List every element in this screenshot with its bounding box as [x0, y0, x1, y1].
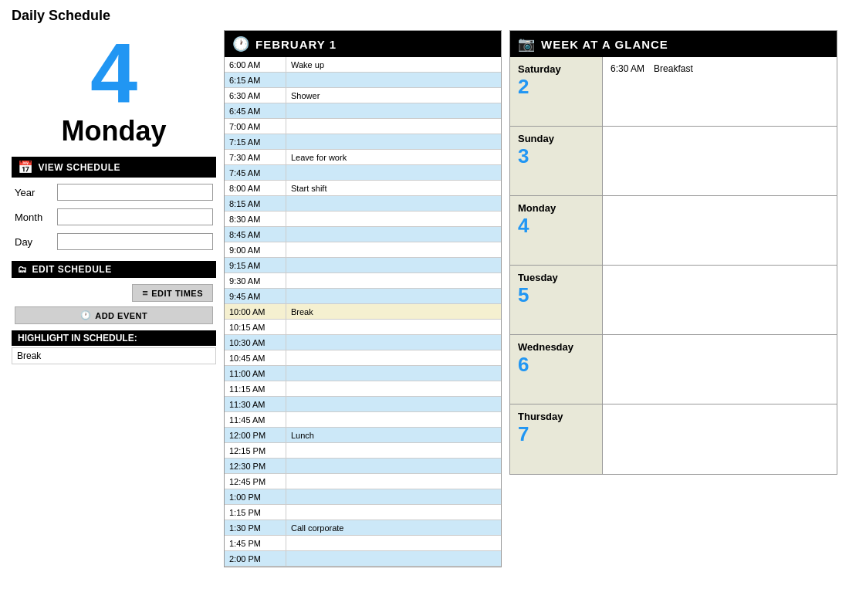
schedule-time-cell: 1:30 PM [225, 520, 286, 535]
schedule-time-cell: 11:15 AM [225, 381, 286, 396]
schedule-row: 1:45 PM [225, 536, 501, 551]
schedule-event-cell [286, 366, 501, 381]
schedule-header: 🕐 FEBRUARY 1 [225, 31, 501, 57]
week-day-row: Wednesday6 [510, 335, 837, 404]
week-day-name: Monday [518, 202, 594, 214]
week-header: 📷 WEEK AT A GLANCE [510, 31, 837, 57]
schedule-event-cell [286, 443, 501, 458]
schedule-row: 12:30 PM [225, 459, 501, 474]
week-day-row: Thursday7 [510, 404, 837, 474]
week-day-name: Tuesday [518, 272, 594, 283]
schedule-time-cell: 2:00 PM [225, 551, 286, 566]
schedule-row: 1:30 PMCall corporate [225, 520, 501, 536]
schedule-row: 12:45 PM [225, 474, 501, 489]
app-title: Daily Schedule [12, 8, 837, 24]
schedule-event-cell [286, 212, 501, 226]
week-day-name: Thursday [518, 411, 594, 422]
schedule-time-cell: 9:45 AM [225, 289, 286, 303]
week-days-container: Saturday26:30 AMBreakfastSunday3Monday4T… [510, 57, 837, 474]
week-day-label: Saturday2 [510, 57, 603, 126]
year-row: Year [15, 184, 213, 201]
schedule-row: 10:30 AM [225, 335, 501, 350]
week-day-label: Sunday3 [510, 127, 603, 195]
schedule-clock-icon: 🕐 [232, 36, 249, 52]
schedule-event-cell [286, 242, 501, 257]
schedule-row: 6:15 AM [225, 73, 501, 88]
day-input[interactable] [57, 233, 213, 250]
schedule-time-cell: 6:45 AM [225, 103, 286, 118]
schedule-row: 10:15 AM [225, 320, 501, 335]
schedule-time-cell: 7:00 AM [225, 119, 286, 134]
schedule-row: 12:00 PMLunch [225, 428, 501, 443]
schedule-event-cell [286, 134, 501, 149]
schedule-time-cell: 1:00 PM [225, 489, 286, 504]
schedule-time-cell: 8:00 AM [225, 181, 286, 195]
schedule-row: 10:45 AM [225, 350, 501, 366]
week-day-label: Thursday7 [510, 404, 603, 474]
schedule-event-cell: Start shift [286, 181, 501, 195]
week-day-number: 2 [518, 76, 594, 96]
day-label: Day [15, 236, 57, 248]
schedule-event-cell [286, 350, 501, 365]
schedule-row: 7:00 AM [225, 119, 501, 134]
schedule-event-cell [286, 459, 501, 473]
schedule-event-cell [286, 227, 501, 242]
week-day-label: Tuesday5 [510, 266, 603, 334]
year-input[interactable] [57, 184, 213, 201]
schedule-row: 1:15 PM [225, 505, 501, 520]
calendar-icon: 📅 [18, 160, 34, 174]
schedule-row: 7:45 AM [225, 165, 501, 181]
schedule-event-cell [286, 536, 501, 550]
week-day-events [603, 127, 837, 195]
add-event-button[interactable]: 🕐 ADD EVENT [15, 306, 213, 324]
week-day-number: 6 [518, 354, 594, 374]
schedule-row: 7:15 AM [225, 134, 501, 150]
schedule-event-cell [286, 73, 501, 87]
schedule-header-title: FEBRUARY 1 [255, 38, 337, 51]
schedule-time-cell: 8:15 AM [225, 196, 286, 211]
form-section: Year Month Day [12, 184, 216, 258]
schedule-event-cell [286, 196, 501, 211]
schedule-time-cell: 12:30 PM [225, 459, 286, 473]
edit-times-button[interactable]: ≡ EDIT TIMES [132, 284, 213, 302]
schedule-row: 11:15 AM [225, 381, 501, 397]
week-day-number: 3 [518, 146, 594, 166]
week-event-time: 6:30 AM [611, 63, 644, 74]
month-label: Month [15, 212, 57, 223]
schedule-panel: 🕐 FEBRUARY 1 6:00 AMWake up6:15 AM6:30 A… [224, 30, 502, 567]
edit-times-row: ≡ EDIT TIMES [12, 284, 216, 302]
schedule-event-cell [286, 412, 501, 427]
schedule-time-cell: 6:30 AM [225, 88, 286, 103]
schedule-row: 11:30 AM [225, 397, 501, 412]
schedule-time-cell: 9:15 AM [225, 258, 286, 272]
week-day-row: Saturday26:30 AMBreakfast [510, 57, 837, 127]
schedule-row: 8:30 AM [225, 212, 501, 227]
highlight-label: HIGHLIGHT IN SCHEDULE: [18, 333, 137, 344]
schedule-rows-container: 6:00 AMWake up6:15 AM6:30 AMShower6:45 A… [225, 57, 501, 567]
week-event-name: Breakfast [654, 63, 693, 74]
schedule-event-cell [286, 273, 501, 288]
schedule-row: 7:30 AMLeave for work [225, 150, 501, 165]
schedule-time-cell: 9:00 AM [225, 242, 286, 257]
schedule-time-cell: 8:45 AM [225, 227, 286, 242]
schedule-time-cell: 10:30 AM [225, 335, 286, 350]
add-event-label: ADD EVENT [95, 311, 147, 320]
schedule-time-cell: 11:45 AM [225, 412, 286, 427]
week-day-row: Monday4 [510, 196, 837, 266]
schedule-time-cell: 7:15 AM [225, 134, 286, 149]
schedule-time-cell: 10:00 AM [225, 304, 286, 319]
month-input[interactable] [57, 208, 213, 225]
highlight-value: Break [12, 347, 216, 364]
schedule-event-cell [286, 289, 501, 303]
week-day-events [603, 266, 837, 334]
week-day-number: 7 [518, 424, 594, 444]
week-day-name: Saturday [518, 63, 594, 75]
schedule-time-cell: 9:30 AM [225, 273, 286, 288]
schedule-event-cell [286, 258, 501, 272]
week-panel: 📷 WEEK AT A GLANCE Saturday26:30 AMBreak… [509, 30, 837, 475]
schedule-time-cell: 10:45 AM [225, 350, 286, 365]
schedule-event-cell [286, 505, 501, 520]
schedule-event-cell [286, 397, 501, 411]
schedule-row: 1:00 PM [225, 489, 501, 505]
clock-icon: 🕐 [80, 310, 92, 320]
